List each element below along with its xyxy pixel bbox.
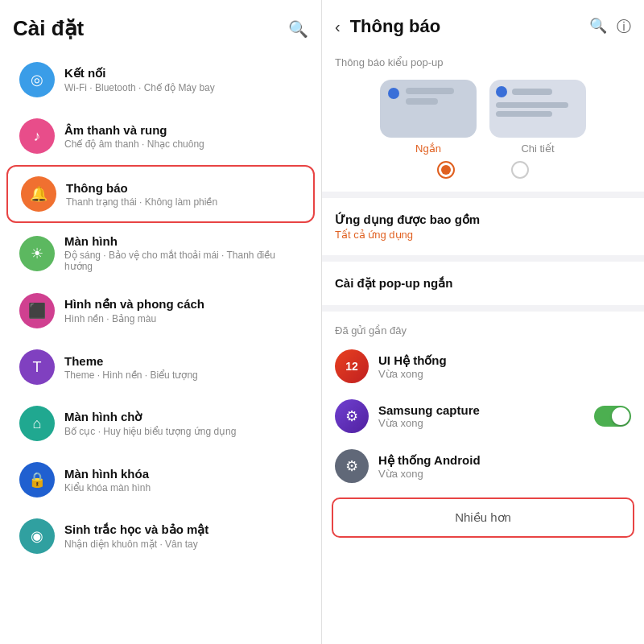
- recently-label: Đã gửi gần đây: [322, 315, 644, 341]
- ung-dung-title: Ứng dụng được bao gồm: [335, 213, 631, 227]
- right-header-icons: 🔍 ⓘ: [589, 17, 631, 36]
- radio-chitiet[interactable]: [511, 161, 529, 179]
- card-bar-group: [406, 88, 469, 105]
- app-info-samsung-capture: Samsung capture Vừa xong: [378, 403, 594, 429]
- cai-dat-popup-title: Cài đặt pop-up ngắn: [335, 276, 631, 291]
- item-title-ket-noi: Kết nối: [64, 66, 215, 80]
- item-sub-thong-bao: Thanh trạng thái · Không làm phiền: [66, 196, 217, 208]
- item-text-thong-bao: Thông báo Thanh trạng thái · Không làm p…: [66, 181, 217, 208]
- settings-item-thong-bao[interactable]: 🔔 Thông báo Thanh trạng thái · Không làm…: [6, 165, 315, 223]
- app-icon-android-system: ⚙: [335, 449, 369, 483]
- settings-item-sinh-trac[interactable]: ◉ Sinh trắc học và bảo mật Nhận diện khu…: [6, 509, 315, 564]
- app-item-samsung-capture[interactable]: ⚙ Samsung capture Vừa xong: [322, 391, 644, 441]
- item-text-man-hinh-khoa: Màn hình khóa Kiểu khóa màn hình: [64, 467, 151, 493]
- left-title: Cài đặt: [13, 16, 84, 41]
- item-sub-hinh-nen: Hình nền · Bảng màu: [64, 313, 204, 324]
- radio-ngan[interactable]: [437, 161, 455, 179]
- settings-item-theme[interactable]: T Theme Theme · Hình nền · Biểu tượng: [6, 340, 315, 394]
- item-icon-thong-bao: 🔔: [21, 176, 56, 212]
- settings-list: ◎ Kết nối Wi-Fi · Bluetooth · Chế độ Máy…: [0, 51, 321, 644]
- item-title-am-thanh: Âm thanh và rung: [64, 123, 204, 137]
- settings-item-man-hinh[interactable]: ☀ Màn hình Độ sáng · Bảo vệ cho mắt thoả…: [6, 225, 315, 282]
- item-title-theme: Theme: [64, 354, 198, 368]
- item-icon-theme: T: [19, 349, 55, 385]
- ung-dung-section[interactable]: Ứng dụng được bao gồm Tất cả ứng dụng: [322, 201, 644, 252]
- card-label-chitiet: Chi tiết: [521, 142, 554, 155]
- radio-inner-ngan: [441, 165, 451, 175]
- item-text-man-hinh: Màn hình Độ sáng · Bảo vệ cho mắt thoải …: [64, 234, 302, 272]
- item-sub-ket-noi: Wi-Fi · Bluetooth · Chế độ Máy bay: [64, 82, 215, 93]
- search-icon[interactable]: 🔍: [288, 19, 308, 39]
- settings-item-man-hinh-cho[interactable]: ⌂ Màn hình chờ Bố cục · Huy hiệu biểu tư…: [6, 396, 315, 451]
- app-icon-ui-system: 12: [335, 349, 369, 383]
- app-info-android-system: Hệ thống Android Vừa xong: [378, 453, 631, 480]
- card-label-ngan: Ngắn: [415, 142, 441, 155]
- app-item-android-system[interactable]: ⚙ Hệ thống Android Vừa xong: [322, 441, 644, 491]
- popup-card-ngan[interactable]: Ngắn: [380, 80, 477, 155]
- item-icon-man-hinh-cho: ⌂: [19, 406, 55, 441]
- item-icon-am-thanh: ♪: [19, 118, 55, 154]
- card-bar-b1: [496, 102, 568, 108]
- card-preview-ngan: [380, 80, 477, 138]
- item-text-man-hinh-cho: Màn hình chờ Bố cục · Huy hiệu biểu tượn…: [64, 410, 236, 437]
- item-title-hinh-nen: Hình nền và phong cách: [64, 297, 204, 312]
- item-title-sinh-trac: Sinh trắc học và bảo mật: [64, 522, 208, 537]
- item-text-am-thanh: Âm thanh và rung Chế độ âm thanh · Nhạc …: [64, 123, 204, 150]
- item-title-man-hinh-khoa: Màn hình khóa: [64, 467, 151, 481]
- left-panel: Cài đặt 🔍 ◎ Kết nối Wi-Fi · Bluetooth · …: [0, 0, 322, 644]
- divider-2: [322, 255, 644, 262]
- item-text-theme: Theme Theme · Hình nền · Biểu tượng: [64, 354, 198, 381]
- item-icon-hinh-nen: ⬛: [19, 293, 55, 328]
- settings-item-am-thanh[interactable]: ♪ Âm thanh và rung Chế độ âm thanh · Nhạ…: [6, 109, 315, 163]
- samsung-capture-toggle[interactable]: [594, 406, 631, 427]
- right-search-icon[interactable]: 🔍: [589, 17, 607, 36]
- app-name-ui-system: UI Hệ thống: [378, 353, 631, 368]
- item-sub-man-hinh-khoa: Kiểu khóa màn hình: [64, 482, 151, 493]
- app-icon-samsung-capture: ⚙: [335, 399, 369, 433]
- item-text-hinh-nen: Hình nền và phong cách Hình nền · Bảng m…: [64, 297, 204, 324]
- app-name-samsung-capture: Samsung capture: [378, 403, 594, 417]
- settings-item-man-hinh-khoa[interactable]: 🔒 Màn hình khóa Kiểu khóa màn hình: [6, 452, 315, 507]
- settings-item-hinh-nen[interactable]: ⬛ Hình nền và phong cách Hình nền · Bảng…: [6, 283, 315, 338]
- card-bar-medium: [406, 98, 438, 105]
- app-item-ui-system[interactable]: 12 UI Hệ thống Vừa xong: [322, 341, 644, 391]
- item-icon-ket-noi: ◎: [19, 62, 55, 97]
- more-button[interactable]: Nhiều hơn: [332, 497, 634, 538]
- popup-cards: Ngắn Chi tiết: [322, 73, 644, 158]
- item-text-sinh-trac: Sinh trắc học và bảo mật Nhận diện khuôn…: [64, 522, 208, 550]
- item-sub-man-hinh-cho: Bố cục · Huy hiệu biểu tượng ứng dụng: [64, 426, 236, 437]
- card-preview-chitiet: [489, 80, 586, 138]
- card-bar-b2: [496, 111, 552, 117]
- app-name-android-system: Hệ thống Android: [378, 453, 631, 468]
- right-info-icon[interactable]: ⓘ: [617, 17, 631, 36]
- item-icon-man-hinh-khoa: 🔒: [19, 462, 55, 497]
- popup-card-chitiet[interactable]: Chi tiết: [489, 80, 586, 155]
- popup-section-label: Thông báo kiểu pop-up: [322, 47, 644, 73]
- item-title-man-hinh: Màn hình: [64, 234, 302, 248]
- toggle-knob: [612, 407, 630, 425]
- right-panel: ‹ Thông báo 🔍 ⓘ Thông báo kiểu pop-up Ng…: [322, 0, 644, 644]
- item-sub-sinh-trac: Nhận diện khuôn mặt · Vân tay: [64, 539, 208, 550]
- divider-1: [322, 192, 644, 198]
- settings-item-ket-noi[interactable]: ◎ Kết nối Wi-Fi · Bluetooth · Chế độ Máy…: [6, 52, 315, 107]
- item-title-thong-bao: Thông báo: [66, 181, 217, 195]
- item-icon-man-hinh: ☀: [19, 236, 55, 271]
- app-time-samsung-capture: Vừa xong: [378, 417, 594, 429]
- ung-dung-sub: Tất cả ứng dụng: [335, 229, 631, 241]
- right-content: Thông báo kiểu pop-up Ngắn: [322, 47, 644, 644]
- back-button[interactable]: ‹: [335, 18, 341, 36]
- card-bar-wide: [406, 88, 454, 94]
- item-sub-man-hinh: Độ sáng · Bảo vệ cho mắt thoải mái · Tha…: [64, 250, 302, 272]
- app-time-android-system: Vừa xong: [378, 468, 631, 480]
- right-title: Thông báo: [350, 16, 583, 37]
- right-header: ‹ Thông báo 🔍 ⓘ: [322, 0, 644, 47]
- item-sub-am-thanh: Chế độ âm thanh · Nhạc chuông: [64, 138, 204, 150]
- card-dot: [388, 88, 399, 99]
- radio-row: [322, 158, 644, 188]
- item-text-ket-noi: Kết nối Wi-Fi · Bluetooth · Chế độ Máy b…: [64, 66, 215, 93]
- item-title-man-hinh-cho: Màn hình chờ: [64, 410, 236, 424]
- card-dot-2: [496, 86, 507, 97]
- cai-dat-popup-section[interactable]: Cài đặt pop-up ngắn: [322, 265, 644, 302]
- left-header: Cài đặt 🔍: [0, 0, 321, 51]
- app-info-ui-system: UI Hệ thống Vừa xong: [378, 353, 631, 380]
